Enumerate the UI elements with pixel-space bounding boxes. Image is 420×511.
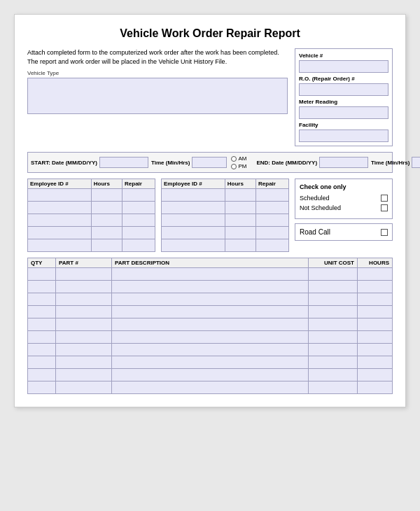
part-desc-cell[interactable]: [112, 356, 309, 369]
repair-cell[interactable]: [256, 239, 289, 252]
hours-cell[interactable]: [225, 239, 255, 252]
part-num-cell[interactable]: [56, 369, 112, 382]
qty-cell[interactable]: [28, 369, 56, 382]
qty-cell[interactable]: [28, 331, 56, 344]
qty-cell[interactable]: [28, 356, 56, 369]
repair-cell[interactable]: [122, 202, 155, 214]
repair-cell[interactable]: [122, 227, 155, 239]
table-row: [28, 281, 393, 293]
emp-id-cell[interactable]: [28, 227, 92, 239]
qty-cell[interactable]: [28, 268, 56, 281]
part-num-cell[interactable]: [56, 293, 112, 306]
hours-cell[interactable]: [91, 239, 122, 252]
unit-cost-cell[interactable]: [309, 382, 358, 394]
facility-input[interactable]: [299, 130, 388, 142]
vehicle-num-input[interactable]: [299, 60, 388, 73]
repair-cell[interactable]: [256, 202, 289, 214]
unit-cost-cell[interactable]: [309, 268, 358, 281]
hours-cell[interactable]: [358, 268, 393, 281]
hours-cell[interactable]: [358, 331, 393, 344]
part-num-header: PART #: [56, 258, 112, 268]
hours-cell[interactable]: [91, 202, 122, 214]
qty-cell[interactable]: [28, 318, 56, 331]
hours-cell[interactable]: [225, 227, 255, 239]
part-desc-cell[interactable]: [112, 382, 309, 394]
unit-cost-cell[interactable]: [309, 281, 358, 293]
part-desc-cell[interactable]: [112, 318, 309, 331]
unit-cost-cell[interactable]: [309, 293, 358, 306]
repair-cell[interactable]: [256, 214, 289, 227]
emp-id-cell[interactable]: [28, 239, 92, 252]
qty-cell[interactable]: [28, 306, 56, 318]
end-date-input[interactable]: [319, 157, 368, 168]
emp-id-cell[interactable]: [28, 189, 92, 202]
emp-id-cell[interactable]: [28, 214, 92, 227]
hours-cell[interactable]: [91, 214, 122, 227]
vehicle-type-input[interactable]: [27, 78, 288, 114]
part-desc-cell[interactable]: [112, 306, 309, 318]
not-scheduled-label: Not Scheduled: [300, 204, 341, 211]
start-time-input[interactable]: [192, 157, 227, 168]
part-num-cell[interactable]: [56, 281, 112, 293]
part-num-cell[interactable]: [56, 331, 112, 344]
hours-cell[interactable]: [358, 344, 393, 356]
emp-id-cell[interactable]: [162, 227, 225, 239]
hours-cell[interactable]: [358, 306, 393, 318]
part-num-cell[interactable]: [56, 318, 112, 331]
unit-cost-cell[interactable]: [309, 318, 358, 331]
meter-input[interactable]: [299, 106, 388, 119]
repair-cell[interactable]: [122, 189, 155, 202]
repair-cell[interactable]: [256, 227, 289, 239]
hours-cell[interactable]: [358, 356, 393, 369]
part-num-cell[interactable]: [56, 344, 112, 356]
unit-cost-cell[interactable]: [309, 344, 358, 356]
unit-cost-cell[interactable]: [309, 356, 358, 369]
qty-cell[interactable]: [28, 293, 56, 306]
part-desc-cell[interactable]: [112, 369, 309, 382]
hours-cell[interactable]: [91, 189, 122, 202]
emp-id-cell[interactable]: [162, 214, 225, 227]
scheduled-item: Scheduled: [300, 195, 388, 202]
end-time-input[interactable]: [412, 157, 420, 168]
part-num-cell[interactable]: [56, 268, 112, 281]
unit-cost-cell[interactable]: [309, 306, 358, 318]
part-desc-cell[interactable]: [112, 344, 309, 356]
part-desc-cell[interactable]: [112, 331, 309, 344]
road-call-checkbox[interactable]: [381, 229, 388, 236]
part-num-cell[interactable]: [56, 306, 112, 318]
hours-cell[interactable]: [358, 369, 393, 382]
emp-id-cell[interactable]: [28, 202, 92, 214]
part-desc-cell[interactable]: [112, 293, 309, 306]
qty-cell[interactable]: [28, 382, 56, 394]
start-am-radio[interactable]: AM: [231, 155, 246, 162]
qty-cell[interactable]: [28, 281, 56, 293]
table-row: [28, 189, 155, 202]
repair-cell[interactable]: [122, 239, 155, 252]
start-date-input[interactable]: [99, 157, 148, 168]
emp-id-cell[interactable]: [162, 239, 225, 252]
scheduled-checkbox[interactable]: [381, 195, 388, 202]
hours-cell[interactable]: [91, 227, 122, 239]
facility-label: Facility: [299, 122, 388, 128]
repair-cell[interactable]: [256, 189, 289, 202]
ro-input[interactable]: [299, 83, 388, 96]
hours-cell[interactable]: [225, 214, 255, 227]
qty-cell[interactable]: [28, 344, 56, 356]
hours-cell[interactable]: [358, 318, 393, 331]
hours-cell[interactable]: [358, 293, 393, 306]
hours-cell[interactable]: [358, 382, 393, 394]
hours-cell[interactable]: [358, 281, 393, 293]
not-scheduled-checkbox[interactable]: [381, 204, 388, 211]
part-desc-cell[interactable]: [112, 268, 309, 281]
hours-cell[interactable]: [225, 189, 255, 202]
unit-cost-cell[interactable]: [309, 331, 358, 344]
part-num-cell[interactable]: [56, 356, 112, 369]
part-num-cell[interactable]: [56, 382, 112, 394]
emp-id-cell[interactable]: [162, 202, 225, 214]
part-desc-cell[interactable]: [112, 281, 309, 293]
hours-cell[interactable]: [225, 202, 255, 214]
start-pm-radio[interactable]: PM: [231, 163, 246, 169]
emp-id-cell[interactable]: [162, 189, 225, 202]
repair-cell[interactable]: [122, 214, 155, 227]
unit-cost-cell[interactable]: [309, 369, 358, 382]
